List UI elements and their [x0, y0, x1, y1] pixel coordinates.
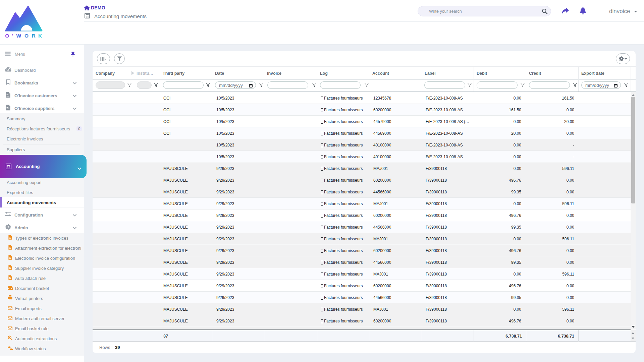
- svg-text:O'WORK: O'WORK: [5, 33, 42, 39]
